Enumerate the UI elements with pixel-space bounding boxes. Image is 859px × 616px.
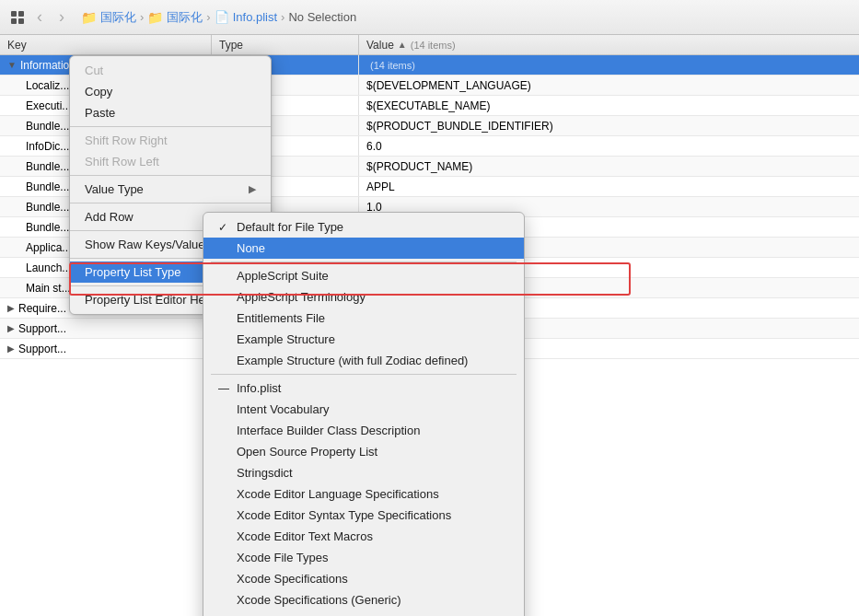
submenu-item-xcode-file-types[interactable]: Xcode File Types [203, 547, 524, 568]
menu-item-shift-left[interactable]: Shift Row Left [70, 151, 271, 172]
breadcrumb-file[interactable]: Info.plist [233, 10, 277, 24]
submenu-item-example-structure-zodiac[interactable]: Example Structure (with full Zodiac defi… [203, 350, 524, 371]
submenu-separator [211, 374, 517, 375]
tree-collapse-icon: ▶ [7, 343, 15, 354]
toolbar: ‹ › 📁 国际化 › 📁 国际化 › 📄 Info.plist › No Se… [0, 0, 859, 35]
breadcrumb-folder1[interactable]: 国际化 [100, 9, 136, 26]
breadcrumb-sep3: › [281, 10, 284, 24]
submenu-item-default[interactable]: ✓ Default for File Type [203, 216, 524, 238]
table-header: Key Type Value ▲ (14 items) [0, 35, 859, 55]
tree-expand-icon: ▼ [7, 60, 17, 70]
svg-rect-2 [11, 18, 17, 24]
breadcrumb-no-selection: No Selection [288, 10, 356, 24]
breadcrumb-folder-icon2: 📁 [147, 10, 163, 25]
check-icon: ✓ [218, 221, 231, 234]
breadcrumb: 📁 国际化 › 📁 国际化 › 📄 Info.plist › No Select… [81, 9, 356, 26]
breadcrumb-folder-icon: 📁 [81, 10, 97, 25]
menu-item-shift-right[interactable]: Shift Row Right [70, 130, 271, 151]
submenu-item-stringsdict[interactable]: Stringsdict [203, 462, 524, 483]
submenu-separator [211, 262, 517, 262]
grid-icon[interactable] [7, 7, 28, 28]
toolbar-nav: ‹ › [7, 7, 72, 28]
svg-rect-3 [18, 18, 24, 24]
submenu-item-entitlements[interactable]: Entitlements File [203, 308, 524, 329]
breadcrumb-file-icon: 📄 [215, 10, 229, 24]
svg-rect-1 [18, 11, 24, 17]
menu-separator [70, 203, 271, 203]
submenu-property-list-type: ✓ Default for File Type None AppleScript… [203, 212, 525, 616]
menu-separator [70, 175, 271, 176]
submenu-item-applescript-suite[interactable]: AppleScript Suite [203, 265, 524, 286]
sort-arrow: ▲ [398, 40, 407, 50]
menu-item-paste[interactable]: Paste [70, 102, 271, 123]
cell-value: (14 items) [359, 55, 859, 75]
svg-rect-0 [11, 11, 17, 17]
submenu-item-xcode-syntax-spec[interactable]: Xcode Editor Syntax Type Specifications [203, 505, 524, 526]
submenu-item-example-structure[interactable]: Example Structure [203, 329, 524, 350]
submenu-item-iphone-entitlements[interactable]: iPhone Entitlements plist [203, 610, 524, 616]
tree-collapse-icon: ▶ [7, 303, 15, 313]
submenu-item-intent-vocabulary[interactable]: Intent Vocabulary [203, 399, 524, 420]
header-key: Key [0, 35, 212, 54]
submenu-item-open-source-property[interactable]: Open Source Property List [203, 441, 524, 462]
tree-collapse-icon: ▶ [7, 323, 15, 333]
submenu-item-ib-class-description[interactable]: Interface Builder Class Description [203, 420, 524, 441]
cell-value: $(EXECUTABLE_NAME) [359, 96, 859, 115]
submenu-item-xcode-lang-spec[interactable]: Xcode Editor Language Specifications [203, 483, 524, 505]
items-badge: (14 items) [411, 40, 456, 51]
header-value: Value ▲ (14 items) [359, 35, 859, 54]
menu-item-copy[interactable]: Copy [70, 81, 271, 102]
submenu-arrow-icon: ▶ [249, 183, 256, 195]
nav-back-button[interactable]: ‹ [29, 7, 50, 28]
header-type: Type [212, 35, 359, 54]
submenu-item-applescript-terminology[interactable]: AppleScript Terminology [203, 286, 524, 308]
breadcrumb-folder2[interactable]: 国际化 [167, 9, 203, 26]
cell-value: $(PRODUCT_NAME) [359, 157, 859, 176]
cell-value: $(PRODUCT_BUNDLE_IDENTIFIER) [359, 116, 859, 135]
breadcrumb-sep2: › [206, 10, 210, 24]
check-icon: — [218, 382, 231, 395]
submenu-item-xcode-specifications[interactable]: Xcode Specifications [203, 568, 524, 589]
submenu-item-xcode-specifications-generic[interactable]: Xcode Specifications (Generic) [203, 589, 524, 610]
menu-item-value-type[interactable]: Value Type ▶ [70, 179, 271, 200]
menu-separator [70, 126, 271, 127]
cell-value: $(DEVELOPMENT_LANGUAGE) [359, 76, 859, 95]
submenu-item-none[interactable]: None [203, 238, 524, 259]
cell-value: APPL [359, 177, 859, 196]
submenu-item-xcode-text-macros[interactable]: Xcode Editor Text Macros [203, 526, 524, 547]
submenu-item-infoplist[interactable]: — Info.plist [203, 378, 524, 399]
cell-value: 6.0 [359, 136, 859, 156]
breadcrumb-sep1: › [140, 10, 144, 24]
menu-item-cut[interactable]: Cut [70, 60, 271, 81]
nav-forward-button[interactable]: › [52, 7, 72, 28]
cell-key: ▶Support... [0, 319, 212, 338]
cell-key: ▶Support... [0, 339, 212, 358]
